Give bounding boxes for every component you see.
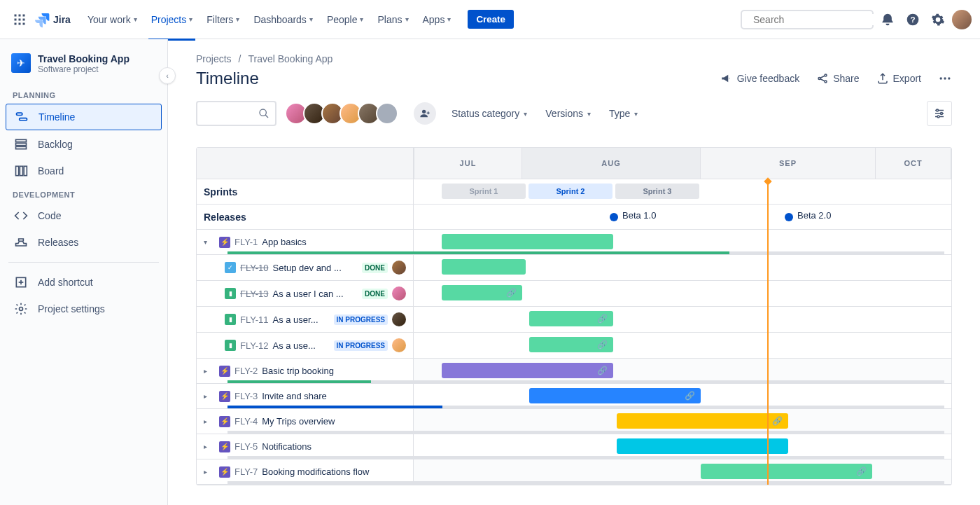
sidebar-collapse-button[interactable]: ‹ [159,67,176,84]
svg-rect-15 [16,139,27,141]
filter-status-category[interactable]: Status category▾ [449,104,530,123]
issue-key[interactable]: FLY-10 [240,263,268,273]
search-input[interactable] [753,14,876,25]
epic-bar[interactable]: 🔗 [617,413,788,429]
issue-key[interactable]: FLY-12 [240,340,268,351]
board-search[interactable] [196,101,276,126]
assignee-avatar[interactable] [392,312,406,326]
issue-key[interactable]: FLY-4 [234,416,258,427]
issue-key[interactable]: FLY-5 [234,441,258,452]
notifications-icon[interactable] [876,8,899,31]
epic-row[interactable]: ▸ ⚡ FLY-7 Booking modifications flow 🔗 [197,459,951,485]
issue-key[interactable]: FLY-2 [234,366,258,376]
sprint-pill[interactable]: Sprint 3 [615,184,699,199]
chevron-down-icon[interactable]: ▾ [204,238,215,246]
sprint-pill[interactable]: Sprint 2 [528,184,612,199]
issue-row[interactable]: ▮ FLY-11 As a user... IN PROGRESS 🔗 [197,307,951,333]
help-icon[interactable]: ? [902,8,924,31]
share-button[interactable]: Share [816,72,859,85]
issue-key[interactable]: FLY-3 [234,391,258,401]
sidebar-item-add-shortcut[interactable]: Add shortcut [6,270,162,295]
sprint-pill[interactable]: Sprint 1 [442,184,526,199]
link-icon: 🔗 [856,466,867,476]
nav-plans[interactable]: Plans▾ [372,10,414,29]
month-jul: JUL [414,148,522,179]
give-feedback-button[interactable]: Give feedback [720,72,800,85]
issue-bar[interactable]: 🔗 [529,337,613,352]
issue-key[interactable]: FLY-1 [234,237,258,247]
more-actions-button[interactable] [938,71,952,85]
chevron-right-icon[interactable]: ▸ [204,367,215,375]
epic-bar[interactable] [617,438,788,454]
issue-row[interactable]: ✓ FLY-10 Setup dev and ... DONE [197,255,951,281]
chevron-right-icon[interactable]: ▸ [204,443,215,450]
epic-bar[interactable]: 🔗 [701,464,872,479]
releases-label: Releases [197,205,414,229]
chevron-right-icon[interactable]: ▸ [204,417,215,425]
nav-people[interactable]: People▾ [321,10,370,29]
assignee-filter-avatars[interactable] [289,102,398,125]
epic-row[interactable]: ▾ ⚡ FLY-1 App basics [197,230,951,255]
megaphone-icon [720,72,733,85]
filter-type[interactable]: Type▾ [606,104,640,123]
epic-row[interactable]: ▸ ⚡ FLY-2 Basic trip booking 🔗 [197,359,951,384]
issue-bar[interactable] [442,259,526,275]
chevron-right-icon[interactable]: ▸ [204,468,215,476]
epic-bar[interactable]: 🔗 [529,388,701,403]
sidebar-item-board[interactable]: Board [6,158,162,184]
nav-filters[interactable]: Filters▾ [201,10,245,29]
issue-key[interactable]: FLY-11 [240,314,268,325]
sidebar-item-backlog[interactable]: Backlog [6,132,162,157]
sprints-row: Sprints Sprint 1 Sprint 2 Sprint 3 [197,179,951,205]
view-settings-button[interactable] [927,101,952,126]
nav-dashboards[interactable]: Dashboards▾ [248,10,318,29]
epic-row[interactable]: ▸ ⚡ FLY-4 My Trips overview 🔗 [197,409,951,434]
svg-rect-2 [23,14,25,16]
global-search[interactable] [741,10,874,29]
issue-row[interactable]: ▮ FLY-13 As a user I can ... DONE 🔗 [197,281,951,307]
sidebar-item-releases[interactable]: Releases [6,230,162,255]
user-avatar[interactable] [952,10,972,29]
assignee-avatar[interactable] [392,338,406,352]
add-people-button[interactable] [414,102,436,125]
issue-row[interactable]: ▮ FLY-12 As a use... IN PROGRESS 🔗 [197,333,951,359]
breadcrumb-projects[interactable]: Projects [196,53,232,64]
nav-apps[interactable]: Apps▾ [417,10,457,29]
breadcrumb-current[interactable]: Travel Booking App [248,53,332,64]
timeline-grid: JUL AUG SEP OCT Sprints Sprint 1 Sprint … [196,147,952,485]
svg-rect-6 [15,22,17,25]
svg-point-41 [937,109,939,111]
release-dot[interactable] [610,213,618,221]
app-switcher-icon[interactable] [8,8,31,31]
settings-icon[interactable] [927,8,949,31]
sidebar-item-timeline[interactable]: Timeline [6,104,162,130]
export-button[interactable]: Export [876,72,921,85]
release-dot[interactable] [785,213,793,221]
svg-rect-4 [19,18,21,20]
assignee-avatar[interactable] [392,261,406,275]
epic-bar[interactable]: 🔗 [442,363,613,378]
issue-bar[interactable]: 🔗 [442,285,522,300]
create-button[interactable]: Create [468,10,514,29]
filter-versions[interactable]: Versions▾ [542,104,594,123]
sidebar-item-code[interactable]: Code [6,203,162,228]
avatar-unassigned[interactable] [376,102,398,125]
epic-row[interactable]: ▸ ⚡ FLY-3 Invite and share 🔗 [197,384,951,409]
issue-key[interactable]: FLY-7 [234,466,258,477]
issue-bar[interactable]: 🔗 [529,311,613,326]
svg-rect-13 [17,113,22,115]
epic-row[interactable]: ▸ ⚡ FLY-5 Notifications [197,434,951,459]
link-icon: 🔗 [597,340,608,350]
assignee-avatar[interactable] [392,286,406,300]
epic-icon: ⚡ [219,416,230,427]
svg-line-28 [820,76,825,78]
issue-key[interactable]: FLY-13 [240,289,268,299]
status-badge: DONE [362,289,388,299]
chevron-right-icon[interactable]: ▸ [204,392,215,400]
jira-logo[interactable]: Jira [34,11,71,28]
svg-point-33 [260,109,266,116]
epic-bar[interactable] [442,234,613,249]
nav-your-work[interactable]: Your work▾ [82,10,143,29]
sidebar-item-project-settings[interactable]: Project settings [6,296,162,321]
nav-projects[interactable]: Projects▾ [146,10,199,29]
